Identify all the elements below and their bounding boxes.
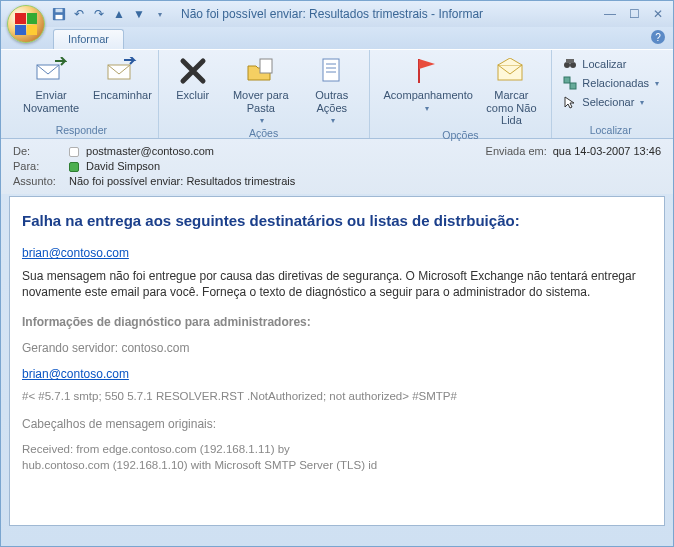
window-controls: — ☐ ✕ [601, 6, 667, 22]
cursor-icon [562, 94, 578, 110]
message-body[interactable]: Falha na entrega aos seguintes destinatá… [9, 196, 665, 526]
svg-rect-14 [564, 77, 570, 83]
from-label: De: [13, 145, 69, 157]
next-item-icon[interactable]: ▼ [131, 6, 147, 22]
group-opcoes: Acompanhamento Marcar como Não Lida Opçõ… [370, 50, 553, 138]
from-value[interactable]: postmaster@contoso.com [69, 145, 486, 157]
quick-access-toolbar: ↶ ↷ ▲ ▼ [51, 6, 167, 22]
ribbon: Enviar Novamente Encaminhar Responder Ex… [1, 49, 673, 139]
ribbon-tabstrip: Informar ? [1, 27, 673, 49]
envelope-forward-icon [106, 55, 138, 87]
minimize-button[interactable]: — [601, 6, 619, 22]
delete-x-icon [177, 55, 209, 87]
binoculars-icon [562, 56, 578, 72]
svg-rect-13 [566, 59, 574, 63]
svg-rect-2 [56, 15, 63, 19]
subject-label: Assunto: [13, 175, 69, 187]
send-again-button[interactable]: Enviar Novamente [11, 53, 91, 116]
forward-button[interactable]: Encaminhar [93, 53, 151, 104]
to-name: David Simpson [86, 160, 160, 172]
move-to-folder-button[interactable]: Mover para Pasta [223, 53, 299, 127]
smtp-error-line: #< #5.7.1 smtp; 550 5.7.1 RESOLVER.RST .… [22, 389, 652, 405]
qat-customize-icon[interactable] [151, 6, 167, 22]
sent-value: qua 14-03-2007 13:46 [553, 145, 661, 157]
svg-rect-6 [323, 59, 339, 81]
tab-informar[interactable]: Informar [53, 29, 124, 49]
generating-server: Gerando servidor: contoso.com [22, 340, 652, 356]
button-label: Enviar Novamente [15, 89, 87, 114]
group-label: Opções [376, 129, 546, 143]
button-label: Mover para Pasta [227, 89, 295, 114]
mark-unread-button[interactable]: Marcar como Não Lida [478, 53, 546, 129]
original-headers-heading: Cabeçalhos de mensagem originais: [22, 416, 652, 432]
find-button[interactable]: Localizar [558, 55, 663, 73]
button-label: Localizar [582, 58, 626, 70]
group-label: Responder [11, 124, 152, 138]
presence-available-icon [69, 162, 79, 172]
subject-value: Não foi possível enviar: Resultados trim… [69, 175, 661, 187]
group-acoes: Excluir Mover para Pasta Outras Ações Aç… [159, 50, 370, 138]
from-address: postmaster@contoso.com [86, 145, 214, 157]
undo-icon[interactable]: ↶ [71, 6, 87, 22]
received-line-1: Received: from edge.contoso.com (192.168… [22, 442, 652, 458]
redo-icon[interactable]: ↷ [91, 6, 107, 22]
received-line-2: hub.contoso.com (192.168.1.10) with Micr… [22, 458, 652, 474]
diagnostic-heading: Informações de diagnóstico para administ… [22, 314, 652, 330]
button-label: Relacionadas [582, 77, 649, 89]
to-value[interactable]: David Simpson [69, 160, 661, 172]
button-label: Marcar como Não Lida [482, 89, 542, 127]
recipient-link[interactable]: brian@contoso.com [22, 246, 129, 260]
group-responder: Enviar Novamente Encaminhar Responder [5, 50, 159, 138]
window-title: Não foi possível enviar: Resultados trim… [181, 7, 601, 21]
other-actions-button[interactable]: Outras Ações [301, 53, 363, 127]
folder-move-icon [245, 55, 277, 87]
help-icon[interactable]: ? [651, 30, 665, 44]
recipient-link-2[interactable]: brian@contoso.com [22, 367, 129, 381]
svg-rect-1 [56, 9, 63, 13]
button-label: Selecionar [582, 96, 634, 108]
svg-rect-15 [570, 83, 576, 89]
group-localizar: Localizar Relacionadas Selecionar Locali… [552, 50, 669, 138]
button-label: Acompanhamento [384, 89, 468, 102]
group-label: Localizar [558, 124, 663, 138]
close-button[interactable]: ✕ [649, 6, 667, 22]
office-orb-button[interactable] [7, 5, 45, 43]
svg-rect-5 [260, 59, 272, 73]
office-logo-icon [15, 13, 37, 35]
document-actions-icon [316, 55, 348, 87]
button-label: Encaminhar [93, 89, 152, 102]
presence-unknown-icon [69, 147, 79, 157]
save-icon[interactable] [51, 6, 67, 22]
message-headers: De: postmaster@contoso.com Enviada em: q… [1, 139, 673, 194]
related-button[interactable]: Relacionadas [558, 74, 663, 92]
envelope-closed-icon [495, 55, 527, 87]
select-button[interactable]: Selecionar [558, 93, 663, 111]
ndr-heading: Falha na entrega aos seguintes destinatá… [22, 211, 652, 231]
title-bar: ↶ ↷ ▲ ▼ Não foi possível enviar: Resulta… [1, 1, 673, 27]
sent-label: Enviada em: [486, 145, 547, 157]
delete-button[interactable]: Excluir [165, 53, 221, 104]
button-label: Outras Ações [305, 89, 359, 114]
flag-icon [410, 55, 442, 87]
follow-up-button[interactable]: Acompanhamento [376, 53, 476, 115]
maximize-button[interactable]: ☐ [625, 6, 643, 22]
to-label: Para: [13, 160, 69, 172]
recipient-message: Sua mensagem não foi entregue por causa … [22, 268, 652, 300]
button-label: Excluir [176, 89, 209, 102]
envelope-arrow-icon [35, 55, 67, 87]
related-icon [562, 75, 578, 91]
prev-item-icon[interactable]: ▲ [111, 6, 127, 22]
group-label: Ações [165, 127, 363, 141]
